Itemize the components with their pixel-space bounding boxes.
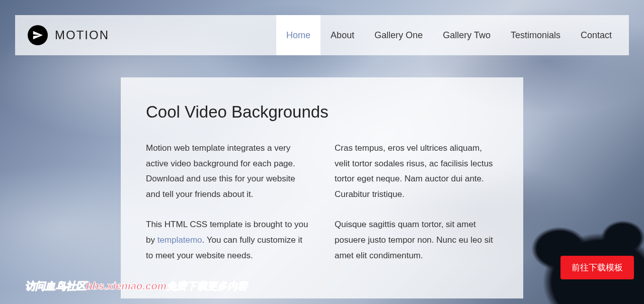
navbar: MOTION Home About Gallery One Gallery Tw… bbox=[15, 15, 629, 55]
nav-items: Home About Gallery One Gallery Two Testi… bbox=[276, 15, 629, 55]
hero-left-p1: Motion web template integrates a very ac… bbox=[146, 141, 309, 202]
templatemo-link[interactable]: templatemo bbox=[157, 235, 202, 245]
watermark-text: 访问血鸟社区bbs.xieniao.com免费下载更多内容 bbox=[25, 279, 248, 293]
hero-left-p2: This HTML CSS template is brought to you… bbox=[146, 217, 309, 263]
nav-about[interactable]: About bbox=[320, 15, 364, 55]
hero-col-right: Cras tempus, eros vel ultrices aliquam, … bbox=[335, 141, 498, 278]
hero-title: Cool Video Backgrounds bbox=[146, 103, 498, 122]
brand-text: MOTION bbox=[55, 28, 109, 42]
paper-plane-icon bbox=[28, 25, 48, 45]
nav-testimonials[interactable]: Testimonials bbox=[501, 15, 571, 55]
tree-silhouette bbox=[503, 193, 644, 304]
nav-contact[interactable]: Contact bbox=[571, 15, 629, 55]
download-button-label: 前往下载模板 bbox=[572, 263, 623, 272]
nav-label: Testimonials bbox=[511, 30, 560, 41]
nav-label: About bbox=[331, 30, 354, 41]
nav-label: Home bbox=[286, 30, 310, 41]
hero-columns: Motion web template integrates a very ac… bbox=[146, 141, 498, 278]
nav-label: Contact bbox=[581, 30, 612, 41]
hero-right-p1: Cras tempus, eros vel ultrices aliquam, … bbox=[335, 141, 498, 202]
nav-home[interactable]: Home bbox=[276, 15, 320, 55]
hero-panel: Cool Video Backgrounds Motion web templa… bbox=[121, 77, 523, 298]
nav-label: Gallery One bbox=[374, 30, 423, 41]
nav-gallery-one[interactable]: Gallery One bbox=[364, 15, 433, 55]
brand[interactable]: MOTION bbox=[28, 25, 109, 45]
hero-right-p2: Quisque sagittis quam tortor, sit amet p… bbox=[335, 217, 498, 263]
nav-gallery-two[interactable]: Gallery Two bbox=[433, 15, 501, 55]
download-template-button[interactable]: 前往下载模板 bbox=[560, 256, 634, 279]
hero-col-left: Motion web template integrates a very ac… bbox=[146, 141, 309, 278]
nav-label: Gallery Two bbox=[443, 30, 491, 41]
